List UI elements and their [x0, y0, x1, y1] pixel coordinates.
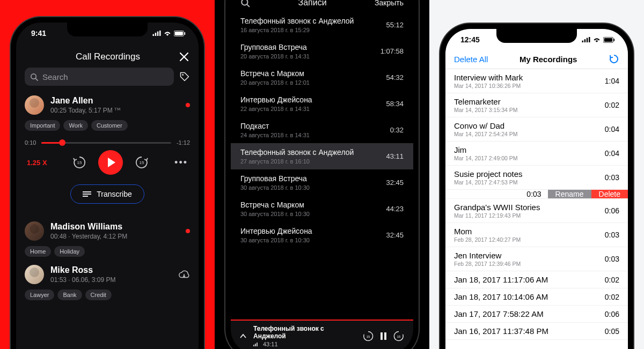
- recording-name: Встреча с Марком: [240, 69, 310, 78]
- svg-point-9: [182, 74, 184, 76]
- page-title: Call Recordings: [36, 51, 179, 62]
- recording-name: Jan 17, 2017 7:58:22 AM: [454, 309, 605, 318]
- refresh-icon[interactable]: [609, 54, 619, 64]
- recording-row[interactable]: Jan 17, 2017 7:58:22 AM 0:06: [445, 306, 628, 323]
- svg-text:15: 15: [140, 160, 144, 165]
- recording-name: Jen Interview: [454, 251, 605, 260]
- phone-frame: 9:41 Call Recordings Search: [16, 23, 199, 349]
- recording-meta: 00:48 · Yesterday, 4:12 PM: [50, 233, 179, 240]
- recording-row[interactable]: Групповая Встреча 30 августа 2018 г. в 1…: [231, 169, 413, 196]
- recording-meta: 01:53 · 06.06, 3:09 PM: [50, 276, 172, 284]
- cloud-download-icon[interactable]: [178, 270, 190, 279]
- recording-row[interactable]: Convo w/ Dad Mar 14, 2017 2:54:24 PM 0:0…: [445, 117, 628, 142]
- svg-rect-19: [257, 343, 258, 346]
- svg-rect-6: [184, 32, 185, 34]
- recording-timestamp: 20 августа 2018 г. в 12:01: [240, 79, 310, 86]
- svg-rect-18: [255, 344, 256, 346]
- transcribe-icon: [83, 191, 91, 197]
- now-playing-time: 43:11: [263, 341, 278, 347]
- recording-row[interactable]: Jan 16, 2017 11:37:48 PM 0:05: [445, 323, 628, 340]
- recording-duration: 0:06: [605, 206, 619, 215]
- recording-duration: 0:03: [605, 255, 619, 263]
- recording-row[interactable]: Телефонный звонок с Анджелой 16 августа …: [231, 12, 413, 38]
- recording-row[interactable]: Mom Feb 28, 2017 12:40:27 PM 0:03: [445, 223, 628, 247]
- recording-duration: 58:34: [386, 100, 404, 108]
- svg-rect-0: [153, 34, 155, 36]
- recording-duration: 0:03: [605, 173, 619, 182]
- avatar: [25, 265, 44, 284]
- battery-icon: [603, 37, 615, 43]
- forward-15-icon[interactable]: 15: [134, 154, 150, 170]
- recording-timestamp: Mar 14, 2017 2:54:24 PM: [454, 131, 605, 137]
- recording-name: Интервью Джейсона: [240, 227, 312, 235]
- tag-chip[interactable]: Lawyer: [25, 289, 54, 300]
- tag-chip[interactable]: Work: [63, 120, 87, 131]
- recording-item[interactable]: Jane Allen 00:25 Today, 5:17 PM ᵀᴹ Impor…: [16, 93, 199, 219]
- playback-speed[interactable]: 1.25 X: [27, 159, 47, 167]
- recording-item[interactable]: Mike Ross 01:53 · 06.06, 3:09 PM Lawyer …: [16, 263, 199, 306]
- recording-duration: 0:04: [605, 149, 619, 158]
- recording-name: Встреча с Марком: [240, 201, 310, 209]
- recording-row[interactable]: Групповая Встреча 20 августа 2018 г. в 1…: [231, 38, 413, 64]
- recording-row[interactable]: Jan 18, 2017 10:14:06 AM 0:02: [445, 288, 628, 306]
- recording-name: Interview with Mark: [454, 73, 605, 82]
- recording-row[interactable]: Подкаст 24 августа 2018 г. в 14:31 0:32: [231, 117, 413, 143]
- pause-button[interactable]: [380, 332, 386, 340]
- tag-chip[interactable]: Important: [25, 120, 60, 131]
- recording-row[interactable]: Jim Mar 14, 2017 2:49:00 PM 0:04: [445, 142, 628, 166]
- recording-row[interactable]: Jan 18, 2017 11:17:06 AM 0:02: [445, 271, 628, 288]
- recording-name: Jim: [454, 145, 605, 154]
- recording-duration: 32:45: [386, 179, 404, 187]
- recording-row[interactable]: Susie project notes Mar 14, 2017 2:47:53…: [445, 166, 628, 190]
- recording-row[interactable]: Встреча с Марком 30 августа 2018 г. в 10…: [231, 196, 413, 222]
- progress-slider[interactable]: [41, 142, 171, 144]
- recording-row[interactable]: Jen Interview Feb 28, 2017 12:39:46 PM 0…: [445, 247, 628, 271]
- remaining-time: -1:12: [177, 139, 190, 146]
- recording-row[interactable]: Interview with Mark Mar 14, 2017 10:36:2…: [445, 69, 628, 93]
- avatar: [25, 95, 44, 115]
- play-button[interactable]: [98, 150, 123, 175]
- tag-chip[interactable]: Home: [25, 246, 51, 257]
- recording-duration: 44:23: [386, 205, 404, 213]
- recording-row[interactable]: Grandpa's WWII Stories Mar 11, 2017 12:1…: [445, 199, 628, 223]
- recording-item[interactable]: Madison Williams 00:48 · Yesterday, 4:12…: [16, 219, 199, 263]
- delete-all-button[interactable]: Delete All: [454, 55, 488, 64]
- close-icon[interactable]: [179, 52, 189, 62]
- recording-row[interactable]: Телефонный звонок с Анджелой 27 августа …: [231, 143, 413, 169]
- transcribe-button[interactable]: Transcribe: [70, 184, 144, 204]
- svg-text:15: 15: [367, 335, 370, 338]
- search-icon[interactable]: [240, 0, 250, 8]
- recording-duration: 0:05: [605, 327, 619, 336]
- recording-timestamp: Mar 14, 2017 2:49:00 PM: [454, 155, 605, 161]
- svg-rect-25: [589, 37, 590, 42]
- rewind-15-icon[interactable]: 15: [362, 330, 374, 342]
- svg-rect-5: [175, 32, 183, 35]
- search-input[interactable]: Search: [25, 68, 174, 86]
- forward-15-icon[interactable]: 15: [393, 330, 405, 342]
- tag-chip[interactable]: Holiday: [54, 246, 85, 257]
- more-icon[interactable]: •••: [174, 157, 188, 168]
- signal-icon: [582, 37, 590, 42]
- recording-duration: 0:06: [605, 310, 619, 318]
- recording-row[interactable]: Telemarketer Mar 14, 2017 3:15:34 PM 0:0…: [445, 93, 628, 117]
- rewind-15-icon[interactable]: 15: [71, 154, 87, 170]
- tag-chip[interactable]: Credit: [85, 289, 112, 300]
- tag-chip[interactable]: Customer: [91, 120, 128, 131]
- recording-row[interactable]: Интервью Джейсона 30 августа 2018 г. в 1…: [231, 222, 413, 248]
- tag-icon[interactable]: [179, 71, 190, 82]
- search-placeholder: Search: [42, 72, 68, 81]
- rename-button[interactable]: Rename: [548, 190, 591, 198]
- recording-name: Mike Ross: [50, 265, 172, 275]
- recording-name: Телефонный звонок с Анджелой: [240, 148, 354, 157]
- recording-row[interactable]: Интервью Джейсона 22 августа 2018 г. в 1…: [231, 91, 413, 117]
- close-button[interactable]: Закрыть: [375, 0, 404, 7]
- recording-name: Madison Williams: [50, 222, 179, 232]
- delete-button[interactable]: Delete: [591, 190, 628, 198]
- swipe-actions-row: 0:03 Rename Delete: [445, 190, 628, 199]
- tag-chip[interactable]: Bank: [57, 289, 82, 300]
- chevron-up-icon[interactable]: [239, 332, 247, 340]
- recording-name: Телефонный звонок с Анджелой: [240, 17, 354, 25]
- recording-row[interactable]: Встреча с Марком 20 августа 2018 г. в 12…: [231, 64, 413, 91]
- svg-text:15: 15: [397, 335, 401, 338]
- recording-timestamp: Mar 11, 2017 12:19:43 PM: [454, 212, 605, 219]
